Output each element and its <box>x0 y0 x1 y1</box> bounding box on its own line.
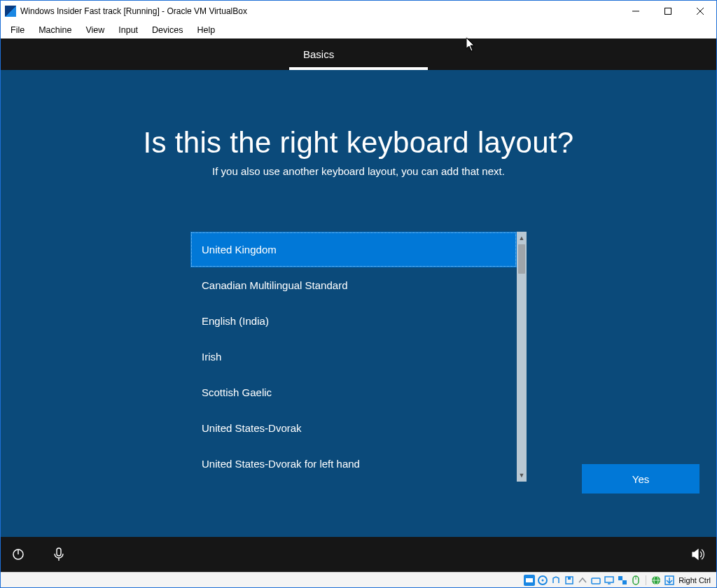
list-item-label: United States-Dvorak for left hand <box>202 458 360 470</box>
list-item[interactable]: Canadian Multilingual Standard <box>190 267 517 303</box>
list-item[interactable]: United Kingdom <box>190 232 517 267</box>
list-item-label: Scottish Gaelic <box>202 386 272 398</box>
scroll-down-arrow[interactable]: ▼ <box>517 469 527 482</box>
menu-view[interactable]: View <box>78 23 111 37</box>
microphone-icon[interactable] <box>51 547 67 562</box>
list-item[interactable]: United States-Dvorak <box>190 410 517 446</box>
vm-display[interactable]: Basics Is this the right keyboard layout… <box>1 38 716 572</box>
scroll-up-arrow[interactable]: ▲ <box>517 232 527 244</box>
virtualbox-window: Windows Insider Fast track [Running] - O… <box>0 0 717 588</box>
mouse-icon[interactable] <box>630 575 641 586</box>
window-controls <box>620 1 716 22</box>
window-title: Windows Insider Fast track [Running] - O… <box>20 6 620 16</box>
list-item-label: Irish <box>202 351 221 363</box>
close-button[interactable] <box>684 1 716 22</box>
svg-rect-12 <box>568 577 571 580</box>
capture-icon[interactable] <box>664 575 675 586</box>
window-title-bar[interactable]: Windows Insider Fast track [Running] - O… <box>1 1 716 22</box>
page-subheading: If you also use another keyboard layout,… <box>212 165 505 177</box>
list-item-label: English (India) <box>202 315 269 327</box>
svg-rect-16 <box>618 576 622 580</box>
svg-rect-17 <box>622 580 627 584</box>
hdd-icon[interactable] <box>524 575 535 586</box>
power-icon[interactable] <box>11 547 26 562</box>
usb-icon[interactable] <box>550 575 562 586</box>
scrollbar-vertical[interactable]: ▲ ▼ <box>517 232 527 482</box>
keyboard-layout-list[interactable]: United KingdomCanadian Multilingual Stan… <box>190 232 517 482</box>
seamless-icon[interactable] <box>617 575 628 586</box>
scrollbar-thumb[interactable] <box>518 244 525 274</box>
keyboard-layout-list-wrap: United KingdomCanadian Multilingual Stan… <box>190 232 527 482</box>
oobe-bottom-bar <box>1 537 716 572</box>
host-key-indicator[interactable]: Right Ctrl <box>677 576 712 584</box>
svg-point-10 <box>542 579 544 581</box>
display-icon[interactable] <box>604 575 615 586</box>
list-item[interactable]: Irish <box>190 339 517 374</box>
network-icon[interactable] <box>577 575 588 586</box>
maximize-button[interactable] <box>652 1 684 22</box>
virtualbox-app-icon <box>5 6 16 17</box>
svg-rect-14 <box>605 577 613 582</box>
globe-icon[interactable] <box>650 575 662 586</box>
menu-devices[interactable]: Devices <box>145 23 190 37</box>
shared-folder-icon[interactable] <box>590 575 601 586</box>
list-item-label: United Kingdom <box>202 244 277 255</box>
list-item[interactable]: English (India) <box>190 303 517 339</box>
svg-rect-8 <box>526 578 533 582</box>
tab-basics[interactable]: Basics <box>289 38 428 70</box>
list-item[interactable]: United States-Dvorak for left hand <box>190 446 517 482</box>
oobe-main: Is this the right keyboard layout? If yo… <box>1 70 716 537</box>
menu-help[interactable]: Help <box>190 23 223 37</box>
floppy-icon[interactable] <box>564 575 575 586</box>
svg-rect-13 <box>592 578 600 584</box>
tab-label: Basics <box>303 48 334 60</box>
speaker-icon[interactable] <box>691 547 706 562</box>
list-item-label: United States-Dvorak <box>202 422 302 434</box>
cd-icon[interactable] <box>537 575 548 586</box>
yes-button[interactable]: Yes <box>582 464 699 493</box>
svg-rect-6 <box>57 548 61 556</box>
menu-machine[interactable]: Machine <box>32 23 78 37</box>
yes-button-label: Yes <box>632 473 649 485</box>
virtualbox-status-bar: Right Ctrl <box>1 572 716 587</box>
host-key-label: Right Ctrl <box>678 576 711 584</box>
minimize-button[interactable] <box>620 1 652 22</box>
list-item[interactable]: Scottish Gaelic <box>190 374 517 410</box>
menu-input[interactable]: Input <box>111 23 145 37</box>
svg-rect-1 <box>665 8 671 15</box>
menu-bar: File Machine View Input Devices Help <box>1 22 716 38</box>
page-heading: Is this the right keyboard layout? <box>144 126 574 160</box>
menu-file[interactable]: File <box>4 23 32 37</box>
list-item-label: Canadian Multilingual Standard <box>202 279 347 291</box>
oobe-tab-bar: Basics <box>1 38 716 70</box>
